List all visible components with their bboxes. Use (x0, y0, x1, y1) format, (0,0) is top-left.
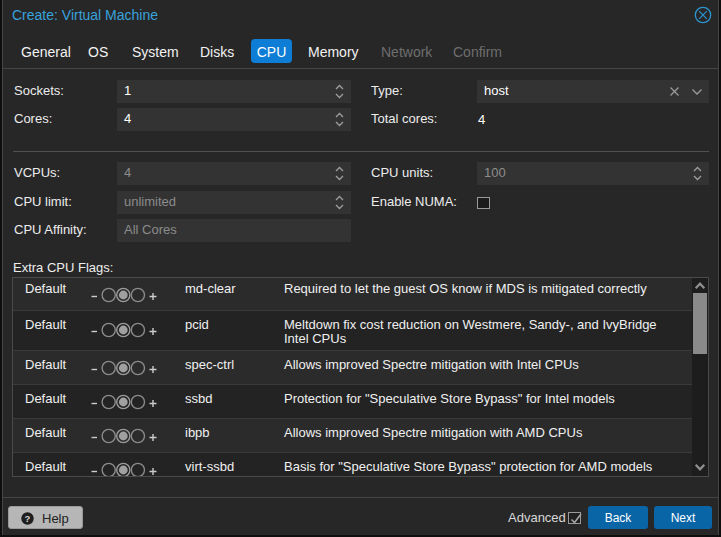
svg-text:?: ? (25, 513, 31, 524)
